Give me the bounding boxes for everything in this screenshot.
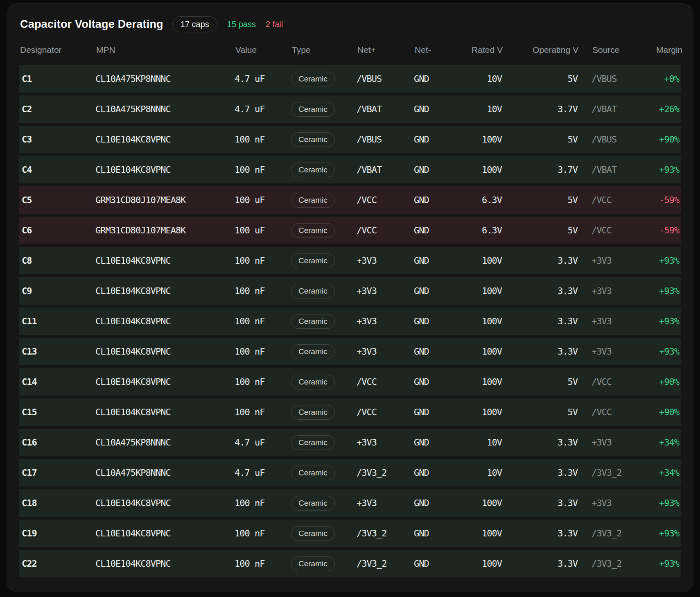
cell-net-pos: /3V3_2: [357, 528, 414, 538]
cell-operating-v: 3.3V: [502, 256, 578, 266]
column-header-rated-v: Rated V: [462, 45, 503, 55]
table-row: C5 GRM31CD80J107MEA8K 100 uF Ceramic /VC…: [19, 186, 681, 214]
table-row: C17 CL10A475KP8NNNC 4.7 uF Ceramic /3V3_…: [19, 459, 681, 486]
cell-source: /VCC: [578, 407, 655, 417]
cell-rated-v: 100V: [461, 528, 502, 538]
cell-net-neg: GND: [414, 225, 461, 235]
cell-designator: C2: [19, 104, 95, 114]
cell-operating-v: 3.3V: [502, 346, 578, 357]
cell-rated-v: 100V: [461, 134, 502, 145]
cell-designator: C17: [19, 468, 95, 478]
cell-net-pos: /3V3_2: [357, 468, 414, 478]
cell-mpn: CL10E104KC8VPNC: [95, 165, 235, 175]
table-row: C14 CL10E104KC8VPNC 100 nF Ceramic /VCC …: [19, 368, 681, 396]
cell-net-neg: GND: [414, 468, 461, 478]
cell-mpn: CL10A475KP8NNNC: [95, 468, 235, 478]
cell-mpn: CL10E104KC8VPNC: [95, 559, 235, 569]
cell-operating-v: 5V: [502, 377, 578, 387]
cell-operating-v: 5V: [502, 74, 578, 84]
type-badge: Ceramic: [291, 163, 335, 177]
derating-report-card: Capacitor Voltage Derating 17 caps 15 pa…: [7, 3, 693, 592]
cell-net-neg: GND: [414, 286, 461, 296]
table-row: C11 CL10E104KC8VPNC 100 nF Ceramic +3V3 …: [19, 308, 681, 335]
cap-count-badge: 17 caps: [172, 16, 217, 32]
cell-source: +3V3: [578, 286, 655, 296]
cell-operating-v: 3.3V: [502, 286, 578, 296]
cell-designator: C8: [19, 256, 95, 266]
cell-operating-v: 5V: [502, 195, 578, 205]
cell-net-neg: GND: [414, 165, 461, 175]
cell-net-neg: GND: [414, 316, 461, 326]
column-header-designator: Designator: [20, 45, 96, 55]
type-badge: Ceramic: [291, 344, 335, 359]
cell-mpn: CL10E104KC8VPNC: [95, 346, 235, 357]
cell-margin: +93%: [655, 498, 681, 508]
cell-rated-v: 100V: [461, 165, 502, 175]
cell-mpn: GRM31CD80J107MEA8K: [95, 195, 235, 205]
cell-type: Ceramic: [291, 405, 357, 420]
cell-rated-v: 100V: [461, 286, 502, 296]
cell-designator: C14: [19, 377, 95, 387]
column-header-mpn: MPN: [96, 45, 235, 55]
cell-designator: C15: [19, 407, 95, 417]
column-header-net-neg: Net-: [415, 45, 462, 55]
cell-rated-v: 100V: [461, 346, 502, 357]
cell-operating-v: 3.3V: [502, 316, 578, 326]
cell-mpn: CL10A475KP8NNNC: [95, 104, 235, 114]
cell-type: Ceramic: [291, 132, 357, 147]
type-badge: Ceramic: [291, 556, 335, 571]
cell-type: Ceramic: [291, 344, 357, 359]
cell-net-neg: GND: [414, 407, 461, 417]
cell-operating-v: 3.3V: [502, 437, 578, 448]
cell-value: 100 nF: [235, 528, 291, 538]
table-row: C18 CL10E104KC8VPNC 100 nF Ceramic +3V3 …: [19, 489, 681, 517]
cell-net-neg: GND: [414, 104, 461, 114]
cell-net-pos: /VBUS: [357, 74, 414, 84]
cell-margin: +90%: [655, 407, 681, 417]
cell-margin: +90%: [655, 377, 681, 387]
cell-net-pos: +3V3: [357, 256, 414, 266]
cell-type: Ceramic: [291, 163, 357, 177]
cell-designator: C9: [19, 286, 95, 296]
cell-value: 100 nF: [235, 316, 291, 326]
cell-net-pos: +3V3: [357, 286, 414, 296]
column-header-margin: Margin: [656, 45, 682, 55]
cell-type: Ceramic: [291, 102, 357, 117]
cell-mpn: CL10E104KC8VPNC: [95, 134, 235, 145]
table-body: C1 CL10A475KP8NNNC 4.7 uF Ceramic /VBUS …: [19, 65, 681, 577]
cell-source: +3V3: [578, 498, 655, 508]
cell-net-pos: /3V3_2: [357, 559, 414, 569]
cell-mpn: GRM31CD80J107MEA8K: [95, 225, 235, 235]
type-badge: Ceramic: [291, 375, 335, 389]
cell-type: Ceramic: [291, 496, 357, 511]
cell-net-neg: GND: [414, 528, 461, 538]
cell-type: Ceramic: [291, 556, 357, 571]
cell-margin: +93%: [655, 286, 681, 296]
cell-rated-v: 6.3V: [461, 195, 502, 205]
cell-rated-v: 100V: [461, 498, 502, 508]
cell-type: Ceramic: [291, 435, 357, 450]
table-row: C8 CL10E104KC8VPNC 100 nF Ceramic +3V3 G…: [19, 247, 681, 274]
cell-value: 100 nF: [235, 498, 291, 508]
cell-source: /VCC: [578, 195, 655, 205]
table-row: C9 CL10E104KC8VPNC 100 nF Ceramic +3V3 G…: [19, 277, 681, 305]
cell-source: +3V3: [578, 316, 655, 326]
cell-mpn: CL10A475KP8NNNC: [95, 437, 235, 448]
cell-margin: +26%: [655, 104, 681, 114]
cell-net-pos: +3V3: [357, 316, 414, 326]
column-header-source: Source: [578, 45, 656, 55]
fail-count-label: 2 fail: [266, 20, 283, 29]
cell-value: 100 uF: [235, 195, 291, 205]
type-badge: Ceramic: [291, 314, 335, 329]
cell-operating-v: 3.7V: [502, 165, 578, 175]
column-header-type: Type: [292, 45, 357, 55]
cell-type: Ceramic: [291, 375, 357, 389]
cell-source: +3V3: [578, 346, 655, 357]
cell-rated-v: 10V: [461, 74, 502, 84]
cell-net-pos: /VCC: [357, 377, 414, 387]
type-badge: Ceramic: [291, 72, 335, 86]
cell-margin: +93%: [655, 256, 681, 266]
cell-mpn: CL10E104KC8VPNC: [95, 377, 235, 387]
table-row: C1 CL10A475KP8NNNC 4.7 uF Ceramic /VBUS …: [19, 65, 681, 93]
cell-rated-v: 100V: [461, 559, 502, 569]
